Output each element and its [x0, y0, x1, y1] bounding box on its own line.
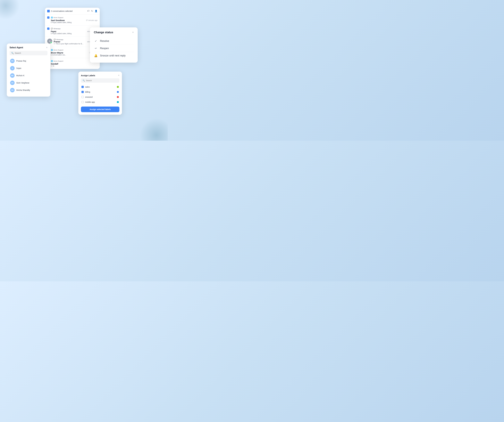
- agent-item-sivin[interactable]: SV Sivin Varghese: [10, 79, 48, 86]
- label-dot-mobile-app: [117, 101, 119, 103]
- decorative-blob-tl: [0, 0, 20, 20]
- conversations-header-actions: 🏷 ↻ 👤: [87, 10, 97, 12]
- agent-action-icon[interactable]: 👤: [95, 10, 97, 12]
- conversation-checkbox-fayaz[interactable]: ✓: [47, 28, 49, 30]
- conversation-preview-gandalf: hi: [53, 65, 54, 67]
- conversation-name-saul: Saul Goodman: [51, 19, 65, 22]
- select-agent-header: Select Agent ×: [10, 46, 48, 49]
- labels-search-icon: 🔍: [83, 79, 85, 82]
- info-icon-fayaz: ℹ: [51, 33, 52, 35]
- change-status-close-button[interactable]: ×: [132, 31, 134, 34]
- agent-name-sivin: Sivin Varghese: [16, 82, 29, 84]
- label-action-icon[interactable]: 🏷: [87, 10, 90, 12]
- conversation-preview-bruce: Conversation wa...: [52, 54, 66, 56]
- labels-search-box[interactable]: 🔍: [81, 78, 119, 83]
- conversation-checkbox-saul[interactable]: ✓: [47, 16, 49, 19]
- agent-avatar-sojan: S: [10, 66, 15, 71]
- status-option-snooze[interactable]: 🔔 Snooze until next reply: [94, 52, 134, 59]
- avatar-pranav: P ✓: [47, 39, 52, 44]
- reply-icon-gandalf: ↩: [51, 65, 52, 67]
- conversation-preview-fayaz: Fayaz added sales, billing: [52, 33, 72, 35]
- change-status-title: Change status: [94, 31, 113, 34]
- whatsapp-icon-pranav: 💬: [54, 39, 56, 41]
- label-dot-sales: [117, 86, 119, 88]
- conversations-selected-icon: −: [47, 10, 50, 12]
- label-item-billing[interactable]: ✓ billing: [81, 89, 119, 95]
- refresh-action-icon[interactable]: ↻: [91, 10, 93, 12]
- agent-search-input[interactable]: [15, 52, 46, 54]
- assign-labels-close-button[interactable]: ×: [118, 74, 119, 77]
- agent-name-muhsin: Muhsin K: [16, 74, 24, 77]
- agent-avatar-sivin: SV: [10, 81, 15, 85]
- agent-item-muhsin[interactable]: MK Muhsin K: [10, 72, 48, 79]
- agent-name-pranav-raj: Pranav Raj: [16, 60, 26, 62]
- conversations-selected-count: 2 conversations selected: [51, 10, 72, 12]
- assign-labels-button[interactable]: Assign selected labels: [81, 107, 119, 112]
- label-checkbox-mobile-app[interactable]: [81, 101, 84, 103]
- label-name-mobile-app: mobile-app: [85, 101, 115, 103]
- change-status-panel: Change status × ✓ Resolve ↩ Reopen 🔔 Sno…: [90, 27, 138, 63]
- select-agent-close-button[interactable]: ×: [46, 46, 48, 49]
- assign-labels-header: Assign Labels ×: [81, 74, 119, 77]
- labels-search-input[interactable]: [86, 79, 118, 82]
- label-name-billing: billing: [85, 91, 115, 93]
- snooze-icon: 🔔: [94, 54, 98, 57]
- globe-icon: 🌐: [51, 17, 53, 18]
- resolve-icon: ✓: [94, 39, 98, 43]
- label-dot-billing: [117, 91, 119, 93]
- globe-icon-gandalf: 🌐: [51, 60, 53, 62]
- reply-icon-pranav: ↩: [54, 43, 55, 45]
- conversation-item-saul[interactable]: ✓ 🌐 Acme Support Saul Goodman 37 minutes…: [45, 14, 100, 25]
- agent-search-box[interactable]: 🔍: [10, 51, 48, 55]
- agent-search-icon: 🔍: [11, 52, 14, 54]
- status-option-reopen[interactable]: ↩ Reopen: [94, 45, 134, 52]
- conversation-preview-saul: Fayaz added sales, billing: [52, 22, 72, 24]
- conversation-name-pranav: Pranav: [54, 41, 60, 43]
- assign-labels-title: Assign Labels: [81, 74, 95, 77]
- conversation-preview-pranav: This is your flight confirmation for B..…: [56, 43, 83, 45]
- agent-name-hricha: Hricha Shandily: [16, 89, 30, 91]
- agent-avatar-pranav-raj: PR: [10, 59, 15, 63]
- whatsapp-icon-fayaz: 💬: [51, 28, 53, 30]
- agent-item-hricha[interactable]: HS Hricha Shandily: [10, 86, 48, 94]
- label-dot-snoozed: [117, 96, 119, 98]
- label-name-snoozed: snoozed: [85, 96, 115, 98]
- conversations-header-left: − 2 conversations selected: [47, 10, 72, 12]
- conversation-source-bruce: 🌐 Acme Support: [51, 49, 63, 51]
- globe-icon-bruce: 🌐: [51, 49, 53, 51]
- agent-avatar-hricha: HS: [10, 88, 15, 92]
- select-agent-title: Select Agent: [10, 46, 23, 49]
- conversation-name-bruce: Bruce Wayne: [51, 52, 63, 54]
- label-name-sales: sales: [85, 86, 115, 88]
- change-status-header: Change status ×: [94, 31, 134, 34]
- agent-name-sojan: Sojan: [16, 67, 21, 69]
- label-checkbox-snoozed[interactable]: [81, 96, 84, 98]
- decorative-blob-br: [140, 118, 168, 141]
- agent-avatar-muhsin: MK: [10, 73, 15, 78]
- agent-item-pranav-raj[interactable]: PR Pranav Raj: [10, 57, 48, 65]
- conversation-time-saul: 37 minutes ago: [86, 19, 97, 21]
- label-item-mobile-app[interactable]: mobile-app: [81, 100, 119, 105]
- resolve-label: Resolve: [100, 40, 109, 42]
- select-agent-panel: Select Agent × 🔍 PR Pranav Raj S Sojan M…: [7, 43, 50, 97]
- conversations-header: − 2 conversations selected 🏷 ↻ 👤: [45, 8, 100, 14]
- whatsapp-badge-pranav: ✓: [50, 42, 52, 44]
- conversation-name-gandalf: Gandalf: [51, 63, 58, 65]
- label-checkbox-billing[interactable]: ✓: [81, 91, 84, 93]
- label-checkbox-sales[interactable]: ✓: [81, 86, 84, 88]
- label-item-snoozed[interactable]: snoozed: [81, 95, 119, 100]
- snooze-label: Snooze until next reply: [100, 54, 126, 57]
- info-icon-saul: ℹ: [51, 22, 52, 24]
- reopen-label: Reopen: [100, 47, 109, 50]
- label-item-sales[interactable]: ✓ sales: [81, 84, 119, 89]
- reopen-icon: ↩: [94, 47, 98, 50]
- status-option-resolve[interactable]: ✓ Resolve: [94, 37, 134, 45]
- conversation-name-fayaz: Fayaz: [51, 30, 56, 33]
- agent-item-sojan[interactable]: S Sojan: [10, 65, 48, 72]
- conversation-source-gandalf: 🌐 Acme Support: [51, 60, 63, 62]
- assign-labels-panel: Assign Labels × 🔍 ✓ sales ✓ billing snoo…: [78, 71, 122, 115]
- conversation-source-saul: 🌐 Acme Support: [51, 17, 63, 18]
- conversation-source-fayaz: 💬 Whatsapp: [51, 28, 60, 30]
- info-icon-bruce: ℹ: [51, 54, 52, 56]
